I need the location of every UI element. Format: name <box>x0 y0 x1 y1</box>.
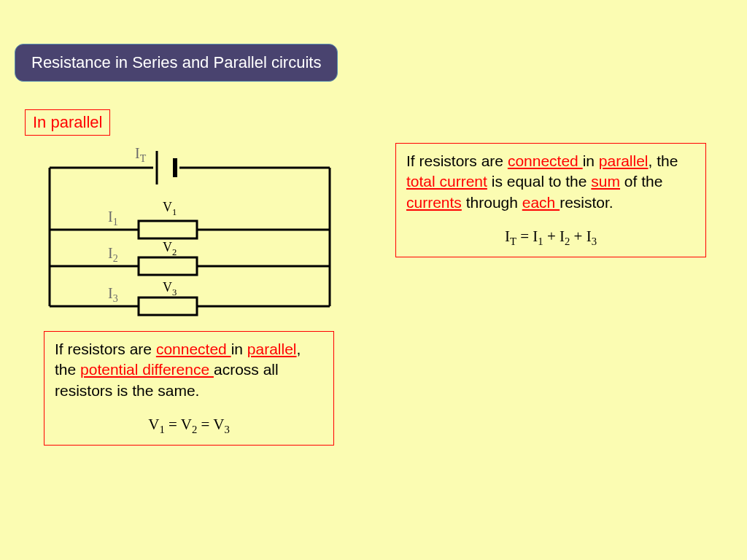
circuit-svg <box>44 142 336 324</box>
label-v3: V3 <box>163 280 177 298</box>
subheading-in-parallel: In parallel <box>25 109 110 136</box>
svg-rect-7 <box>139 221 197 238</box>
equation-current: IT = I1 + I2 + I3 <box>406 226 695 249</box>
label-i1: I1 <box>108 209 118 228</box>
label-v1: V1 <box>163 200 177 218</box>
svg-rect-13 <box>139 298 197 315</box>
svg-rect-10 <box>139 257 197 275</box>
textbox-current-rule: If resistors are connected in parallel, … <box>395 143 706 257</box>
textbox-voltage-rule: If resistors are connected in parallel, … <box>44 331 334 446</box>
parallel-circuit-diagram: IT I1 I2 I3 V1 V2 V3 <box>44 142 336 324</box>
label-v2: V2 <box>163 240 177 258</box>
label-i2: I2 <box>108 245 118 265</box>
label-i3: I3 <box>108 285 118 305</box>
slide-title: Resistance in Series and Parallel circui… <box>15 44 338 82</box>
label-it: IT <box>135 145 146 165</box>
equation-voltage: V1 = V2 = V3 <box>55 414 323 438</box>
